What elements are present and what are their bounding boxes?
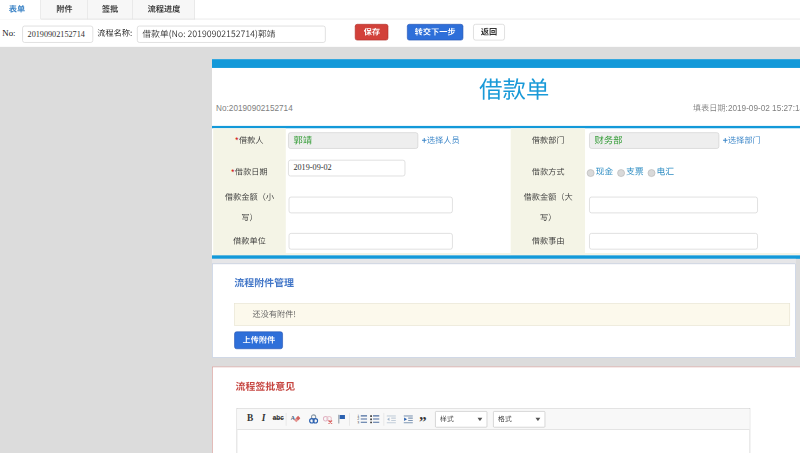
svg-text:3: 3 (357, 421, 359, 424)
